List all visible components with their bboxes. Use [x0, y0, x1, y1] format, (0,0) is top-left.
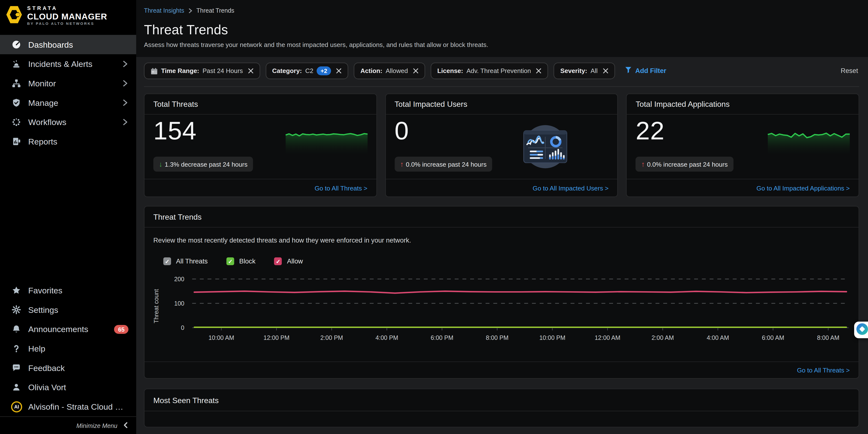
chevron-right-icon [122, 119, 128, 126]
close-icon[interactable] [536, 68, 541, 74]
sidebar-item-label: Help [28, 344, 128, 353]
close-icon[interactable] [248, 68, 253, 74]
close-icon[interactable] [413, 68, 418, 74]
chip-value: All [590, 68, 597, 74]
filter-chip-time-range[interactable]: Time Range:Past 24 Hours [144, 63, 260, 79]
filter-chip-category[interactable]: Category:C2+2 [266, 63, 348, 79]
close-icon[interactable] [336, 68, 342, 74]
close-icon[interactable] [602, 68, 608, 74]
stat-card-title: Total Impacted Users [385, 94, 617, 115]
dashboard-icon [11, 40, 21, 50]
app-root: STRATA CLOUD MANAGER BY PALO ALTO NETWOR… [0, 0, 868, 434]
x-axis-tick-label: 8:00 AM [817, 334, 839, 341]
trend-arrow-up-icon: ↑ [641, 160, 645, 168]
threat-trends-panel-body: Review the most recently detected threat… [145, 227, 859, 362]
chat-bubble-icon [11, 363, 21, 373]
most-seen-threats-panel: Most Seen Threats [144, 389, 859, 427]
chevron-right-icon [122, 80, 128, 87]
chart-legend: ✓ All Threats✓ Block✓ Allow [163, 257, 850, 265]
funnel-icon [625, 66, 631, 75]
trend-text: 1.3% decrease past 24 hours [165, 161, 247, 167]
stat-card-link-total-threats[interactable]: Go to All Threats > [315, 185, 367, 191]
assistant-launcher-button[interactable] [854, 321, 868, 338]
report-board-icon [11, 136, 21, 147]
sidebar-item-help[interactable]: Help [0, 339, 136, 358]
most-seen-threats-title: Most Seen Threats [145, 389, 859, 411]
breadcrumb-current: Threat Trends [196, 7, 234, 14]
sidebar-item-label: Manage [28, 98, 122, 107]
stat-card-total-impacted-applications: Total Impacted Applications 22 ↑ 0.0% in… [626, 94, 859, 197]
go-to-all-threats-link[interactable]: Go to All Threats > [797, 367, 850, 373]
legend-checkbox-allow[interactable]: ✓ Allow [274, 257, 303, 265]
sidebar-item-label: Alvisofin - Strata Cloud M... [28, 402, 128, 411]
sidebar-item-reports[interactable]: Reports [0, 132, 136, 151]
x-axis-tick-label: 12:00 PM [264, 334, 289, 341]
sidebar-item-label: Dashboards [28, 40, 128, 50]
filter-chip-severity[interactable]: Severity:All [554, 63, 615, 79]
stat-card-title: Total Impacted Applications [627, 94, 859, 115]
filter-chip-action[interactable]: Action:Allowed [354, 63, 425, 79]
sidebar-item-label: Workflows [28, 117, 122, 127]
chip-label: Time Range: [161, 68, 199, 74]
y-axis-label: Threat count [153, 281, 159, 331]
stat-card-link-total-impacted-applications[interactable]: Go to All Impacted Applications > [756, 185, 850, 191]
org-chart-icon [11, 78, 21, 88]
ai-avatar: AI [11, 401, 22, 412]
sidebar-item-label: Reports [28, 137, 128, 146]
breadcrumb-parent-link[interactable]: Threat Insights [144, 7, 184, 14]
assistant-logo-icon [856, 322, 868, 337]
chip-more-badge[interactable]: +2 [317, 66, 331, 75]
spinner-dots-icon [11, 117, 21, 127]
sidebar-item-olivia-vort[interactable]: Olivia Vort [0, 378, 136, 397]
sidebar-item-alvisofin-strata-cloud-m[interactable]: AIAlvisofin - Strata Cloud M... [0, 397, 136, 416]
threat-trends-panel-footer: Go to All Threats > [145, 362, 859, 378]
shield-check-icon [11, 98, 21, 108]
y-axis-tick: 0 [165, 324, 184, 331]
x-axis-tick-label: 10:00 PM [539, 334, 565, 341]
legend-label: All Threats [176, 257, 208, 265]
trend-arrow-up-icon: ↑ [400, 160, 404, 168]
user-icon [11, 382, 21, 392]
sidebar-item-label: Incidents & Alerts [28, 59, 122, 69]
sidebar-item-manage[interactable]: Manage [0, 93, 136, 113]
sidebar-item-feedback[interactable]: Feedback [0, 358, 136, 378]
sidebar-item-favorites[interactable]: Favorites [0, 281, 136, 300]
stat-card-total-impacted-users: Total Impacted Users 0 ↑ 0.0% inc [385, 94, 618, 197]
sidebar-item-dashboards[interactable]: Dashboards [0, 35, 136, 54]
add-filter-label: Add Filter [635, 67, 666, 75]
brand-logo[interactable]: STRATA CLOUD MANAGER BY PALO ALTO NETWOR… [0, 0, 136, 30]
add-filter-button[interactable]: Add Filter [625, 66, 666, 75]
reset-filters-button[interactable]: Reset [841, 67, 859, 75]
sidebar-item-announcements[interactable]: Announcements65 [0, 319, 136, 339]
x-axis-tick-label: 6:00 AM [762, 334, 784, 341]
stat-cards-row: Total Threats 154 ↓ 1.3% decrease past 2… [144, 94, 859, 197]
sidebar-item-settings[interactable]: Settings [0, 300, 136, 319]
sidebar-item-label: Feedback [28, 363, 128, 373]
brand-line3: BY PALO ALTO NETWORKS [27, 22, 107, 26]
minimize-menu-button[interactable]: Minimize Menu [0, 416, 136, 434]
sidebar-item-label: Favorites [28, 286, 128, 295]
trend-badge: ↑ 0.0% increase past 24 hours [636, 157, 733, 172]
sidebar-item-incidents-alerts[interactable]: Incidents & Alerts [0, 54, 136, 74]
legend-checkbox-block[interactable]: ✓ Block [226, 257, 255, 265]
checkbox-checked-icon[interactable]: ✓ [226, 257, 234, 265]
checkbox-checked-icon[interactable]: ✓ [163, 257, 171, 265]
chip-label: Category: [272, 68, 302, 74]
filter-bar: Time Range:Past 24 HoursCategory:C2+2Act… [144, 63, 859, 87]
legend-label: Block [239, 257, 255, 265]
stat-card-link-total-impacted-users[interactable]: Go to All Impacted Users > [533, 185, 609, 191]
chart-plot-area [192, 275, 849, 331]
stat-value: 0 [395, 116, 409, 146]
sidebar-spacer [0, 151, 136, 280]
x-axis-tick-label: 2:00 PM [320, 334, 343, 341]
checkbox-checked-icon[interactable]: ✓ [274, 257, 282, 265]
legend-checkbox-all-threats[interactable]: ✓ All Threats [163, 257, 208, 265]
y-axis-tick: 100 [165, 300, 184, 307]
x-axis-tick-label: 4:00 PM [376, 334, 398, 341]
filter-chip-license[interactable]: License:Adv. Threat Prevention [431, 63, 548, 79]
sidebar-item-label: Settings [28, 305, 128, 315]
sidebar-item-monitor[interactable]: Monitor [0, 74, 136, 93]
threat-trends-description: Review the most recently detected threat… [153, 237, 850, 244]
sidebar-item-workflows[interactable]: Workflows [0, 113, 136, 132]
gear-icon [11, 305, 21, 315]
